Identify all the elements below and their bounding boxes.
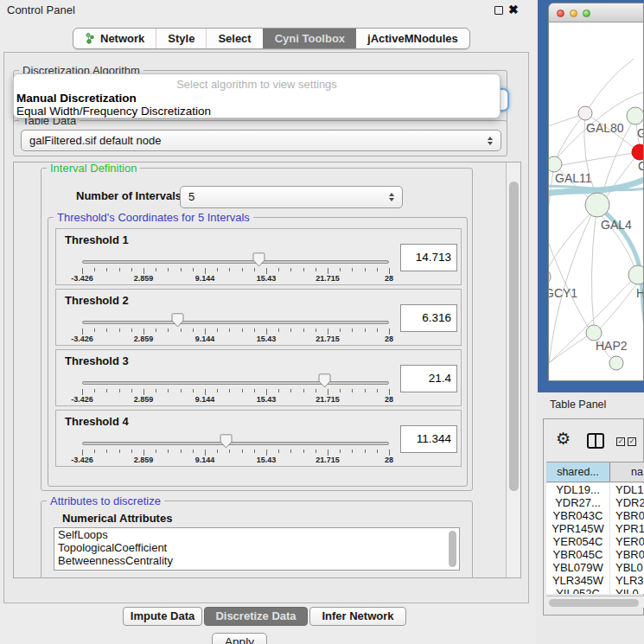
threshold-value-field[interactable]: 6.316: [400, 304, 457, 332]
mac-close-icon[interactable]: [557, 10, 564, 17]
column-header-name[interactable]: na: [610, 462, 644, 481]
table-row[interactable]: YDR27...YDR2: [546, 496, 644, 509]
threshold-label: Threshold 2: [65, 294, 129, 307]
table-data-value: galFiltered.sif default node: [29, 131, 161, 150]
tick-mark: [389, 328, 390, 335]
tick-label: -3.426: [61, 274, 104, 283]
settings-scrollbar[interactable]: [506, 163, 520, 577]
tick-mark: [242, 450, 243, 453]
tick-mark: [328, 450, 328, 456]
tab-style[interactable]: Style: [156, 29, 206, 48]
tab-infer-network[interactable]: Infer Network: [309, 607, 406, 626]
mac-minimize-icon[interactable]: [570, 10, 577, 17]
split-columns-icon[interactable]: [587, 433, 604, 449]
float-window-icon[interactable]: [494, 6, 503, 15]
attribute-item[interactable]: BetweennessCentrality: [54, 554, 459, 567]
slider-track[interactable]: [82, 260, 389, 264]
tick-mark: [94, 450, 95, 453]
table-row[interactable]: YBR043CYBR0: [546, 509, 644, 522]
cell-name: YBR0: [610, 509, 644, 522]
table-data-combobox[interactable]: galFiltered.sif default node: [21, 130, 501, 151]
tick-mark: [106, 328, 107, 332]
close-icon[interactable]: ✖: [508, 3, 519, 16]
tick-label: 2.859: [122, 395, 165, 404]
table-horizontal-scrollbar[interactable]: [546, 596, 644, 608]
threshold-value-field[interactable]: 11.344: [400, 425, 457, 453]
table-row[interactable]: YPR145WYPR1: [546, 522, 644, 535]
threshold-value-field[interactable]: 21.4: [400, 365, 457, 392]
tick-mark: [131, 450, 132, 453]
settings-scrollbar-thumb[interactable]: [509, 182, 519, 491]
tick-mark: [278, 389, 279, 392]
checkbox-icon[interactable]: ✓: [628, 437, 636, 446]
tick-mark: [193, 328, 194, 332]
tab-select[interactable]: Select: [206, 29, 262, 48]
numerical-attributes-list[interactable]: SelfLoopsTopologicalCoefficientBetweenne…: [54, 527, 460, 571]
tick-label: -3.426: [61, 335, 104, 343]
table-row[interactable]: YIL052CYIL0: [546, 587, 644, 594]
slider-track[interactable]: [82, 381, 389, 385]
threshold-label: Threshold 1: [65, 233, 129, 246]
threshold-value-field[interactable]: 14.713: [400, 244, 457, 271]
tick-mark: [217, 389, 218, 392]
control-panel-titlebar: Control Panel ✖: [0, 0, 536, 21]
table-hscrollbar-thumb[interactable]: [549, 599, 639, 607]
checkbox-icon[interactable]: ✓: [616, 437, 625, 446]
network-canvas[interactable]: GAL80GCGAL11GAL4GCY1HHAP2: [549, 22, 644, 381]
algorithm-dropdown-popup: Select algorithm to view settings Manual…: [13, 73, 501, 118]
cell-shared-name: YBL079W: [546, 561, 610, 574]
tick-mark: [106, 268, 107, 271]
tab-cyni-toolbox[interactable]: Cyni Toolbox: [263, 29, 356, 48]
gear-icon[interactable]: ⚙: [556, 429, 571, 448]
table-row[interactable]: YBR045CYBR0: [546, 548, 644, 561]
tab-network[interactable]: Network: [73, 29, 156, 48]
slider-track[interactable]: [82, 321, 389, 324]
cell-name: YER0: [610, 535, 644, 548]
cell-name: YIL0: [610, 587, 644, 594]
apply-button[interactable]: Apply: [212, 633, 267, 644]
table-row[interactable]: YLR345WYLR3: [546, 574, 644, 587]
tick-label: 21.715: [306, 335, 349, 343]
tick-mark: [131, 389, 132, 392]
tick-label: 21.715: [306, 456, 349, 464]
attribute-item[interactable]: TopologicalCoefficient: [54, 541, 459, 554]
tab-impute-data[interactable]: Impute Data: [123, 607, 202, 626]
cell-name: YDR2: [610, 496, 644, 509]
network-node: [549, 269, 551, 284]
slider-track[interactable]: [82, 442, 389, 445]
table-row[interactable]: YER054CYER0: [546, 535, 644, 548]
table-row[interactable]: YBL079WYBL0: [546, 561, 644, 574]
network-window[interactable]: GAL80GCGAL11GAL4GCY1HHAP2: [548, 3, 644, 381]
tick-label: 28: [367, 274, 411, 283]
tick-mark: [143, 389, 144, 395]
cell-shared-name: YBR043C: [546, 509, 610, 522]
attribute-item[interactable]: SelfLoops: [54, 528, 459, 541]
tick-mark: [168, 389, 169, 392]
attributes-scrollbar[interactable]: [449, 531, 456, 567]
tick-mark: [278, 328, 279, 332]
slider-thumb[interactable]: [318, 373, 331, 388]
slider-thumb[interactable]: [252, 252, 265, 267]
network-edge: [591, 217, 596, 326]
threshold-panel: Threshold 2-3.4262.8599.14415.4321.71528…: [55, 289, 462, 346]
slider-thumb[interactable]: [220, 434, 233, 449]
tick-mark: [316, 328, 316, 332]
tick-mark: [131, 268, 132, 271]
tick-mark: [119, 328, 120, 332]
number-of-intervals-spinner[interactable]: 5: [180, 186, 403, 208]
threshold-label: Threshold 4: [65, 415, 129, 428]
tick-mark: [328, 389, 328, 395]
algorithm-dropdown-options: Manual DiscretizationEqual Width/Frequen…: [14, 92, 500, 118]
tab-discretize-data[interactable]: Discretize Data: [204, 607, 308, 626]
slider-thumb[interactable]: [171, 313, 184, 328]
tick-mark: [377, 268, 378, 271]
mac-zoom-icon[interactable]: [583, 10, 590, 17]
algorithm-option[interactable]: Equal Width/Frequency Discretization: [14, 105, 500, 118]
tick-mark: [156, 389, 156, 392]
table-row[interactable]: YDL19...YDL1: [546, 483, 644, 496]
network-edge: [549, 214, 590, 272]
column-header-shared-name[interactable]: shared...: [546, 462, 610, 481]
algorithm-option[interactable]: Manual Discretization: [14, 92, 500, 105]
tab-jactivemnodules[interactable]: jActiveMNodules: [356, 29, 469, 48]
tick-mark: [229, 328, 230, 332]
